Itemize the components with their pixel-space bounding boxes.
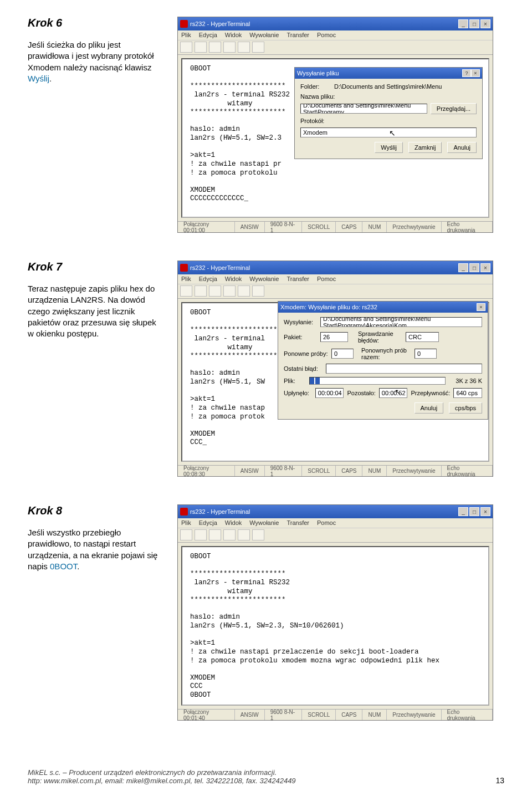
retrytotal-label: Ponownych prób razem: xyxy=(361,347,411,360)
status-caps: CAPS xyxy=(336,466,362,476)
step7-title: Krok 7 xyxy=(28,261,161,273)
filename-input[interactable]: D:\Documents and Settings\mirek\Menu Sta… xyxy=(300,104,427,114)
titlebar[interactable]: rs232 - HyperTerminal _ □ × xyxy=(178,261,493,274)
statusbar: Połączony 00:01:00 ANSIW 9600 8-N-1 SCRO… xyxy=(178,221,493,232)
close-icon[interactable]: × xyxy=(480,19,490,28)
toolbar xyxy=(178,528,493,543)
menu-transfer[interactable]: Transfer xyxy=(287,32,309,39)
menu-pomoc[interactable]: Pomoc xyxy=(317,519,336,527)
maximize-icon[interactable]: □ xyxy=(469,263,479,272)
toolbar-button[interactable] xyxy=(209,285,221,297)
toolbar-button[interactable] xyxy=(238,42,250,53)
filename-label: Nazwa pliku: xyxy=(300,93,335,100)
toolbar-button[interactable] xyxy=(180,285,192,297)
menu-edycja[interactable]: Edycja xyxy=(199,275,217,283)
protocol-select[interactable]: Xmodem xyxy=(300,127,477,137)
menu-wywolanie[interactable]: Wywołanie xyxy=(249,32,279,39)
toolbar-button[interactable] xyxy=(209,42,221,53)
remain-label: Pozostało: xyxy=(347,390,375,396)
cpsbps-button[interactable]: cps/bps xyxy=(449,402,482,414)
toolbar-button[interactable] xyxy=(223,42,236,53)
menu-widok[interactable]: Widok xyxy=(225,275,242,283)
retry-value: 0 xyxy=(331,349,354,359)
minimize-icon[interactable]: _ xyxy=(458,263,468,272)
toolbar-button[interactable] xyxy=(180,529,192,540)
maximize-icon[interactable]: □ xyxy=(469,507,479,516)
file-label: Plik: xyxy=(284,377,306,384)
titlebar[interactable]: rs232 - HyperTerminal _ □ × xyxy=(178,505,493,518)
close-icon[interactable]: × xyxy=(480,263,490,272)
toolbar-button[interactable] xyxy=(252,42,264,53)
toolbar-button[interactable] xyxy=(195,42,207,53)
menu-widok[interactable]: Widok xyxy=(225,519,242,527)
step8-title: Krok 8 xyxy=(28,504,161,517)
window-title: rs232 - HyperTerminal xyxy=(190,508,250,515)
toolbar-button[interactable] xyxy=(238,529,250,540)
retrytotal-value: 0 xyxy=(415,349,437,359)
status-echo: Echo drukowania xyxy=(442,466,493,476)
elapsed-value: 00:00:04 xyxy=(315,388,344,398)
dialog-help-icon[interactable]: ? xyxy=(462,69,471,77)
dialog-close-icon[interactable]: × xyxy=(471,69,480,77)
xmodem-progress-dialog: Xmodem: Wysyłanie pliku do: rs232 × Wysy… xyxy=(278,301,488,420)
page-footer: MikEL s.c. – Producent urządzeń elektron… xyxy=(28,768,504,785)
titlebar[interactable]: rs232 - HyperTerminal _ □ × xyxy=(178,17,493,30)
menu-edycja[interactable]: Edycja xyxy=(199,32,217,39)
status-num: NUM xyxy=(362,222,387,232)
app-icon xyxy=(180,20,188,28)
toolbar-button[interactable] xyxy=(223,285,236,297)
minimize-icon[interactable]: _ xyxy=(458,19,468,28)
menu-plik[interactable]: Plik xyxy=(181,519,191,527)
cancel-button[interactable]: Anuluj xyxy=(415,402,444,414)
packet-label: Pakiet: xyxy=(284,334,317,340)
toolbar-button[interactable] xyxy=(195,285,207,297)
toolbar-button[interactable] xyxy=(223,529,236,540)
status-term: ANSIW xyxy=(235,222,265,232)
statusbar: Połączony 00:08:30 ANSIW 9600 8-N-1 SCRO… xyxy=(178,465,493,476)
dialog-close-icon[interactable]: × xyxy=(477,303,485,311)
file-size: 3K z 36 K xyxy=(449,377,482,384)
browse-button[interactable]: Przeglądaj... xyxy=(431,103,477,114)
dialog-titlebar[interactable]: Xmodem: Wysyłanie pliku do: rs232 × xyxy=(278,302,488,313)
menu-transfer[interactable]: Transfer xyxy=(287,275,309,283)
status-capture: Przechwytywanie xyxy=(387,710,441,720)
menu-wywolanie[interactable]: Wywołanie xyxy=(249,519,279,527)
status-caps: CAPS xyxy=(336,710,362,720)
cursor-icon: ↖ xyxy=(389,129,396,137)
menu-edycja[interactable]: Edycja xyxy=(199,519,217,527)
toolbar-button[interactable] xyxy=(195,529,207,540)
toolbar-button[interactable] xyxy=(252,529,264,540)
packet-value: 26 xyxy=(320,332,348,342)
close-button[interactable]: Zamknij xyxy=(408,142,442,153)
folder-value: D:\Documents and Settings\mirek\Menu xyxy=(334,83,442,90)
lasterr-value xyxy=(326,364,482,374)
toolbar-button[interactable] xyxy=(209,529,221,540)
hyperterminal-window-k7: rs232 - HyperTerminal _ □ × Plik Edycja … xyxy=(177,261,493,477)
status-term: ANSIW xyxy=(235,466,265,476)
menu-plik[interactable]: Plik xyxy=(181,275,191,283)
menu-wywolanie[interactable]: Wywołanie xyxy=(249,275,279,283)
status-num: NUM xyxy=(362,710,387,720)
status-config: 9600 8-N-1 xyxy=(265,466,303,476)
close-icon[interactable]: × xyxy=(480,507,490,516)
send-button[interactable]: Wyślij xyxy=(375,142,403,153)
menu-pomoc[interactable]: Pomoc xyxy=(317,275,336,283)
sending-label: Wysyłanie: xyxy=(284,319,317,325)
menu-transfer[interactable]: Transfer xyxy=(287,519,309,527)
menubar[interactable]: Plik Edycja Widok Wywołanie Transfer Pom… xyxy=(178,30,493,40)
maximize-icon[interactable]: □ xyxy=(469,19,479,28)
menu-pomoc[interactable]: Pomoc xyxy=(317,32,336,39)
errcheck-label: Sprawdzanie błędów: xyxy=(358,330,402,344)
menubar[interactable]: Plik Edycja Widok Wywołanie Transfer Pom… xyxy=(178,518,493,528)
menu-widok[interactable]: Widok xyxy=(225,32,242,39)
toolbar-button[interactable] xyxy=(180,42,192,53)
dialog-titlebar[interactable]: Wysyłanie pliku ?× xyxy=(295,68,482,79)
folder-label: Folder: xyxy=(300,83,331,90)
status-term: ANSIW xyxy=(235,710,265,720)
toolbar-button[interactable] xyxy=(252,285,264,297)
toolbar-button[interactable] xyxy=(238,285,250,297)
menu-plik[interactable]: Plik xyxy=(181,32,191,39)
cancel-button[interactable]: Anuluj xyxy=(447,142,477,153)
menubar[interactable]: Plik Edycja Widok Wywołanie Transfer Pom… xyxy=(178,274,493,284)
minimize-icon[interactable]: _ xyxy=(458,507,468,516)
